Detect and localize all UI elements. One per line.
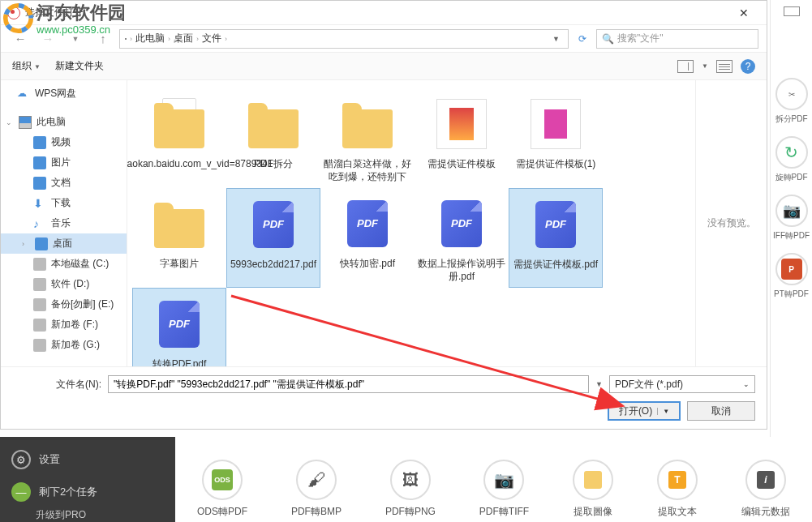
extract-image-icon (584, 471, 602, 489)
refresh-button[interactable]: ⟳ (574, 33, 591, 45)
tree-downloads[interactable]: ⬇下载 (1, 193, 127, 213)
rotate-icon: ↻ (784, 143, 798, 162)
tool-bmp[interactable]: 🖌PDF轉BMP (291, 460, 342, 519)
bg-maximize-icon[interactable] (784, 6, 800, 16)
pdf-icon: PDF (159, 301, 200, 348)
file-folder[interactable]: 字幕图片 (132, 188, 226, 288)
file-pdf[interactable]: PDF数据上报操作说明手册.pdf (415, 188, 509, 288)
help-button[interactable]: ? (741, 59, 755, 74)
cancel-button[interactable]: 取消 (687, 401, 755, 421)
tree-diskf[interactable]: 新加卷 (F:) (1, 314, 127, 335)
file-pdf[interactable]: PDF5993ecb2dd217.pdf (226, 188, 320, 288)
pdf-icon: PDF (535, 201, 576, 248)
ppt-icon: P (781, 259, 802, 280)
brush-icon: 🖌 (307, 469, 325, 490)
folder-icon (248, 109, 299, 148)
bg-tools-row: ODSODS轉PDF 🖌PDF轉BMP 🖼PDF轉PNG 📷PDF轉TIFF 提… (175, 437, 812, 522)
download-icon: ⬇ (33, 197, 46, 210)
newfolder-button[interactable]: 新建文件夹 (55, 59, 104, 73)
pdf-icon: PDF (253, 201, 294, 248)
tree-diskd[interactable]: 软件 (D:) (1, 274, 127, 294)
tool-ods[interactable]: ODSODS轉PDF (197, 460, 247, 519)
file-pdf[interactable]: PDF转换PDF.pdf (132, 288, 226, 366)
folder-thumb-icon (436, 99, 487, 149)
file-folder[interactable]: 需提供证件模板(1) (509, 88, 603, 188)
folder-icon (342, 109, 393, 148)
bg-ppt-pdf-button[interactable]: PPT轉PDF (771, 246, 813, 305)
file-pdf[interactable]: PDF需提供证件模板.pdf (509, 188, 603, 288)
organize-button[interactable]: 组织▼ (12, 59, 41, 73)
disk-icon (33, 278, 46, 291)
cloud-icon: ☁ (17, 88, 30, 101)
tool-extract-text[interactable]: T提取文本 (657, 460, 698, 519)
nav-up-button[interactable]: ↑ (92, 28, 114, 50)
file-folder[interactable]: 醋溜白菜这样做，好吃到爆，还特别下 (320, 88, 415, 188)
breadcrumb[interactable]: › 此电脑 › 桌面 › 文件 › ▼ (119, 29, 569, 49)
tree-wps[interactable]: ☁WPS网盘 (1, 83, 127, 104)
disk-icon (33, 319, 46, 332)
gear-icon: ⚙ (11, 450, 31, 469)
file-folder[interactable]: [NoTitle]haokan.baidu.com_v_vid=8789341 (132, 88, 226, 188)
tool-metadata[interactable]: i编辑元数据 (741, 460, 790, 519)
files-panel: [NoTitle]haokan.baidu.com_v_vid=8789341 … (127, 80, 695, 366)
camera-icon: 📷 (783, 202, 801, 220)
file-folder[interactable]: PDF拆分 (226, 88, 320, 188)
view-list-button[interactable] (716, 60, 733, 73)
upgrade-link[interactable]: 升级到PRO (0, 508, 175, 522)
tree-panel: ☁WPS网盘 ⌄此电脑 视频 图片 文档 ⬇下载 ♪音乐 ›桌面 本地磁盘 (C… (1, 80, 127, 366)
app-icon (7, 6, 20, 19)
breadcrumb-item[interactable]: 文件 (202, 32, 221, 45)
folder-icon (154, 209, 204, 248)
tree-documents[interactable]: 文档 (1, 173, 127, 193)
preview-panel: 没有预览。 (695, 80, 767, 366)
open-button[interactable]: 打开(O)▼ (608, 401, 681, 421)
dialog-titlebar: 选择文件打开 ✕ (1, 1, 767, 25)
search-input[interactable]: 🔍 搜索"文件" (596, 29, 758, 49)
bg-bottom-bar: ⚙设置 —剩下2个任务 升级到PRO ODSODS轉PDF 🖌PDF轉BMP 🖼… (0, 437, 812, 522)
breadcrumb-item[interactable]: 此电脑 (135, 32, 165, 45)
bg-rotate-pdf-button[interactable]: ↻旋轉PDF (771, 130, 813, 188)
close-button[interactable]: ✕ (728, 6, 760, 19)
tree-video[interactable]: 视频 (1, 132, 127, 152)
chevron-down-icon: ▼ (34, 63, 41, 71)
disk-icon (33, 258, 46, 271)
tasks-icon: — (11, 482, 31, 502)
chevron-down-icon[interactable]: ▼ (702, 62, 708, 70)
nav-forward-button[interactable]: → (37, 28, 59, 50)
pdf-icon: PDF (441, 200, 482, 247)
bg-tiff-pdf-button[interactable]: 📷IFF轉PDF (771, 188, 813, 246)
dialog-title: 选择文件打开 (25, 6, 84, 19)
scissors-icon: ✂ (788, 90, 795, 99)
filename-label: 文件名(N): (12, 378, 101, 392)
camera-icon: 📷 (494, 470, 514, 490)
tasks-button[interactable]: —剩下2个任务 (0, 476, 175, 508)
tree-pictures[interactable]: 图片 (1, 152, 127, 173)
pc-icon (19, 116, 32, 129)
tree-music[interactable]: ♪音乐 (1, 213, 127, 233)
bg-split-pdf-button[interactable]: ✂拆分PDF (771, 71, 813, 130)
view-preview-button[interactable] (677, 60, 694, 73)
file-pdf[interactable]: PDF快转加密.pdf (320, 188, 415, 288)
breadcrumb-item[interactable]: 桌面 (174, 32, 193, 45)
tool-tiff[interactable]: 📷PDF轉TIFF (479, 460, 529, 519)
folder-thumb-icon (531, 99, 581, 149)
nav-back-button[interactable]: ← (9, 28, 32, 50)
chevron-down-icon[interactable]: ▼ (595, 380, 603, 388)
tool-extract-img[interactable]: 提取圖像 (573, 460, 613, 519)
tree-diskc[interactable]: 本地磁盘 (C:) (1, 254, 127, 274)
settings-button[interactable]: ⚙设置 (0, 443, 175, 476)
tree-diske[interactable]: 备份[勿删] (E:) (1, 294, 127, 314)
filetype-select[interactable]: PDF文件 (*.pdf)⌄ (609, 375, 755, 393)
tree-diskg[interactable]: 新加卷 (G:) (1, 335, 127, 355)
documents-icon (33, 177, 46, 190)
tree-desktop[interactable]: ›桌面 (1, 233, 127, 254)
breadcrumb-dropdown[interactable]: ▼ (552, 35, 563, 43)
filename-input[interactable] (108, 375, 589, 393)
pdf-icon: PDF (347, 200, 388, 247)
dialog-navbar: ← → ▼ ↑ › 此电脑 › 桌面 › 文件 › ▼ ⟳ 🔍 搜索"文件" (1, 25, 767, 53)
nav-history-button[interactable]: ▼ (64, 28, 87, 50)
file-folder[interactable]: 需提供证件模板 (415, 88, 509, 188)
tree-pc[interactable]: ⌄此电脑 (1, 112, 127, 132)
tool-png[interactable]: 🖼PDF轉PNG (385, 460, 436, 519)
chevron-down-icon: ⌄ (743, 380, 750, 388)
